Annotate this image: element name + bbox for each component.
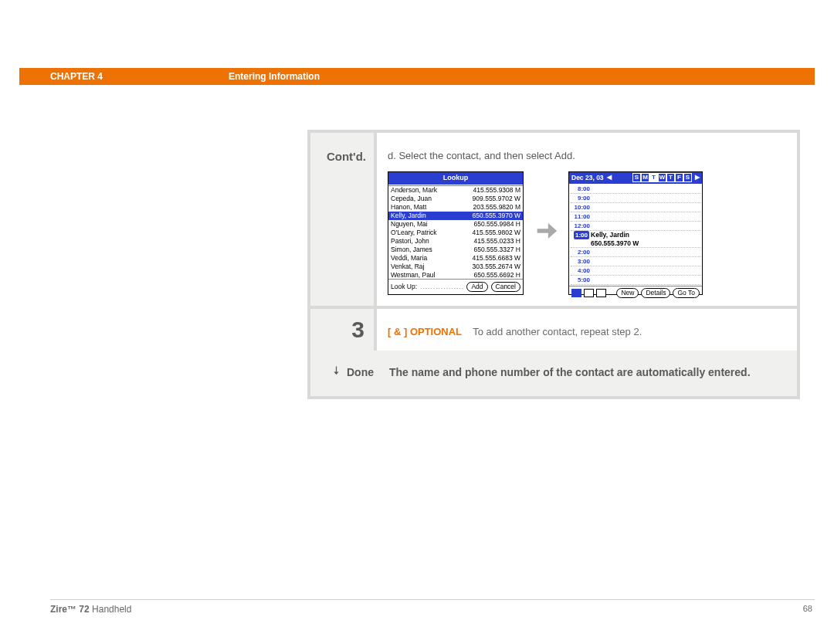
lookup-row[interactable]: Cepeda, Juan909.555.9702 W bbox=[388, 195, 523, 203]
lookup-title: Lookup bbox=[388, 172, 523, 185]
cancel-button[interactable]: Cancel bbox=[491, 282, 520, 292]
calendar-row[interactable]: 2:00 bbox=[571, 248, 700, 257]
day-cell[interactable]: T bbox=[649, 173, 658, 182]
details-button[interactable]: Details bbox=[641, 288, 670, 298]
step-body-3: [ & ] OPTIONAL To add another contact, r… bbox=[377, 309, 797, 351]
day-cell[interactable]: W bbox=[658, 173, 666, 182]
next-week-icon[interactable]: ▶ bbox=[695, 173, 700, 182]
done-text: The name and phone number of the contact… bbox=[389, 364, 751, 381]
calendar-row[interactable]: 1:00Kelly, Jardin650.555.3970 W bbox=[571, 231, 700, 248]
new-button[interactable]: New bbox=[616, 288, 639, 298]
lookup-row[interactable]: Anderson, Mark415.555.9308 M bbox=[388, 186, 523, 195]
lookup-row[interactable]: Pastori, John415.555.0233 H bbox=[388, 237, 523, 246]
chapter-label: CHAPTER 4 bbox=[50, 71, 103, 82]
header-bar: CHAPTER 4 Entering Information bbox=[19, 68, 815, 85]
step-3: 3 [ & ] OPTIONAL To add another contact,… bbox=[310, 306, 797, 351]
calendar-body: 8:009:0010:0011:0012:001:00Kelly, Jardin… bbox=[569, 184, 702, 286]
footer-rule bbox=[50, 599, 815, 600]
lookup-screen: Lookup Anderson, Mark415.555.9308 MCeped… bbox=[388, 171, 524, 295]
step-contd: Cont'd. d. Select the contact, and then … bbox=[310, 133, 797, 306]
prev-week-icon[interactable]: ◀ bbox=[607, 173, 612, 182]
view-day-icon[interactable] bbox=[571, 289, 581, 297]
lookup-list: Anderson, Mark415.555.9308 MCepeda, Juan… bbox=[388, 185, 523, 279]
calendar-row[interactable]: 12:00 bbox=[571, 222, 700, 231]
lookup-row[interactable]: Simon, James650.555.3327 H bbox=[388, 246, 523, 254]
calendar-row[interactable]: 4:00 bbox=[571, 266, 700, 276]
steps-container: Cont'd. d. Select the contact, and then … bbox=[307, 130, 800, 399]
lookup-row[interactable]: Westman, Paul650.555.6692 H bbox=[388, 271, 523, 279]
view-week-icon[interactable] bbox=[584, 289, 594, 297]
day-strip: SMTWTFS bbox=[632, 173, 692, 182]
section-title: Entering Information bbox=[229, 71, 320, 82]
done-row: Done The name and phone number of the co… bbox=[310, 351, 797, 396]
calendar-row[interactable]: 11:00 bbox=[571, 212, 700, 222]
lookup-label: Look Up: bbox=[391, 282, 417, 292]
calendar-row[interactable]: 5:00 bbox=[571, 276, 700, 285]
lookup-bottom-bar: Look Up: .................. Add Cancel bbox=[388, 279, 523, 294]
lookup-row[interactable]: O'Leary, Patrick415.555.9802 W bbox=[388, 229, 523, 237]
instruction-d: d. Select the contact, and then select A… bbox=[388, 148, 783, 164]
calendar-row[interactable]: 9:00 bbox=[571, 194, 700, 203]
day-cell[interactable]: M bbox=[641, 173, 649, 182]
lookup-dots: .................. bbox=[420, 282, 463, 292]
calendar-row[interactable]: 3:00 bbox=[571, 257, 700, 266]
optional-text: To add another contact, repeat step 2. bbox=[473, 326, 642, 337]
step-body-contd: d. Select the contact, and then select A… bbox=[377, 133, 797, 306]
day-cell[interactable]: S bbox=[683, 173, 692, 182]
step-number-3: 3 bbox=[310, 309, 377, 351]
view-month-icon[interactable] bbox=[596, 289, 606, 297]
calendar-bottom-bar: New Details Go To bbox=[569, 286, 702, 300]
lookup-row[interactable]: Veddi, Maria415.555.6683 W bbox=[388, 254, 523, 263]
day-cell[interactable]: T bbox=[666, 173, 675, 182]
add-button[interactable]: Add bbox=[466, 282, 487, 292]
lookup-row[interactable]: Nguyen, Mai650.555.9984 H bbox=[388, 220, 523, 229]
page-number: 68 bbox=[803, 604, 812, 613]
calendar-row[interactable]: 8:00 bbox=[571, 185, 700, 194]
optional-tag: [ & ] OPTIONAL bbox=[388, 326, 462, 337]
lookup-row[interactable]: Kelly, Jardin650.555.3970 W bbox=[388, 212, 523, 220]
day-cell[interactable]: S bbox=[632, 173, 641, 182]
lookup-row[interactable]: Hanon, Matt203.555.9820 M bbox=[388, 203, 523, 212]
day-cell[interactable]: F bbox=[675, 173, 683, 182]
calendar-screen: Dec 23, 03 ◀ SMTWTFS ▶ 8:009:0010:0011:0… bbox=[568, 171, 703, 295]
calendar-title-bar: Dec 23, 03 ◀ SMTWTFS ▶ bbox=[569, 172, 702, 185]
calendar-date: Dec 23, 03 bbox=[571, 173, 604, 183]
done-label: Done bbox=[347, 364, 374, 381]
step-label-contd: Cont'd. bbox=[310, 133, 377, 306]
goto-button[interactable]: Go To bbox=[673, 288, 700, 298]
done-label-block: Done bbox=[331, 364, 374, 381]
calendar-row[interactable]: 10:00 bbox=[571, 203, 700, 212]
arrow-right-icon bbox=[533, 218, 559, 249]
down-arrow-icon bbox=[331, 364, 342, 381]
screens-row: Lookup Anderson, Mark415.555.9308 MCeped… bbox=[388, 171, 783, 295]
footer-product: Zire™ 72 Handheld bbox=[50, 604, 131, 615]
lookup-row[interactable]: Venkat, Raj303.555.2674 W bbox=[388, 263, 523, 271]
